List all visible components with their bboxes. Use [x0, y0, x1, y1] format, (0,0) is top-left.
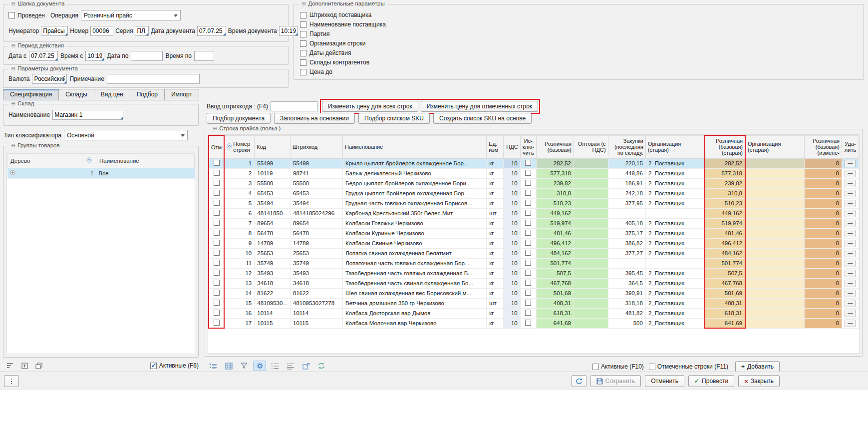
cell-excluded[interactable]	[520, 258, 536, 268]
column-header-unit[interactable]: Ед. изм	[487, 135, 504, 158]
cell-purchase[interactable]: 364,5	[608, 278, 645, 288]
cell-excluded[interactable]	[520, 188, 536, 198]
cell-retail_changed[interactable]: 0	[804, 308, 842, 318]
cell-retail_base[interactable]: 239,82	[536, 178, 574, 188]
row-mark-checkbox[interactable]	[214, 320, 220, 326]
number-input[interactable]	[90, 26, 113, 36]
row-mark-checkbox[interactable]	[214, 300, 220, 306]
row-exclude-checkbox[interactable]	[525, 280, 531, 286]
cell-marked[interactable]	[209, 208, 224, 218]
cell-wholesale[interactable]	[574, 298, 608, 308]
additional-option-checkbox[interactable]	[300, 21, 306, 28]
marked-rows-f11-checkbox[interactable]	[649, 364, 655, 370]
table-row[interactable]: 1548109530...4810953027278Ветчина домашн…	[209, 298, 859, 308]
table-row[interactable]: 21011998741Балык деликатесный Черкизовок…	[209, 168, 859, 178]
cell-marked[interactable]	[209, 298, 224, 308]
table-row[interactable]: 85647856478Колбаски Куриные Черкизовокг1…	[209, 228, 859, 238]
delete-row-button[interactable]: —	[845, 160, 856, 167]
cell-name[interactable]: Балык деликатесный Черкизово	[343, 168, 487, 178]
time-to-input[interactable]	[194, 51, 214, 61]
cell-retail_base[interactable]: 467,768	[536, 278, 574, 288]
delete-row-button[interactable]: —	[845, 290, 856, 297]
cell-org_old2[interactable]	[745, 208, 804, 218]
table-row[interactable]: 35550055500Бедро цыплят-бройлеров охлажд…	[209, 178, 859, 188]
tab-3[interactable]: Вид цен	[94, 89, 130, 100]
cell-org_old2[interactable]	[745, 188, 804, 198]
row-exclude-checkbox[interactable]	[525, 250, 531, 256]
cell-org_old[interactable]: 2_Поставщик	[645, 248, 705, 258]
close-button[interactable]: × Закрыть	[738, 375, 780, 387]
cell-delete[interactable]: —	[842, 308, 859, 318]
cell-retail_old[interactable]: 467,768	[705, 278, 745, 288]
cell-code[interactable]: 89654	[255, 218, 290, 228]
pick-sku-list-button[interactable]: Подбор списком SKU	[358, 113, 430, 124]
cell-vat[interactable]: 10	[503, 238, 520, 248]
cell-purchase[interactable]: 500	[608, 318, 645, 328]
delete-row-button[interactable]: —	[845, 270, 856, 277]
collapse-icon[interactable]: ⊖	[213, 126, 217, 131]
grid-view-icon[interactable]	[222, 361, 235, 371]
column-header-org_old2[interactable]: Организация (старая)	[745, 135, 804, 158]
column-header-vat[interactable]: НДС	[503, 135, 520, 158]
note-input[interactable]	[107, 74, 200, 84]
cell-delete[interactable]: —	[842, 278, 859, 288]
cell-unit[interactable]: кг	[487, 318, 504, 328]
cell-marked[interactable]	[209, 218, 224, 228]
cell-marked[interactable]	[209, 238, 224, 248]
cell-purchase[interactable]: 186,91	[608, 178, 645, 188]
cancel-button[interactable]: Отменить	[645, 375, 684, 387]
cell-name[interactable]: Колбаса Молочная вар Черкизово	[343, 318, 487, 328]
cell-org_old2[interactable]	[745, 178, 804, 188]
refresh-button[interactable]	[572, 375, 586, 387]
cell-retail_changed[interactable]: 0	[804, 158, 842, 168]
additional-option-checkbox[interactable]	[300, 59, 306, 66]
cell-org_old[interactable]	[645, 258, 705, 268]
cell-retail_base[interactable]: 449,162	[536, 208, 574, 218]
cell-marked[interactable]	[209, 158, 224, 168]
cell-vat[interactable]: 10	[503, 198, 520, 208]
row-mark-checkbox[interactable]	[214, 290, 220, 296]
cell-barcode[interactable]: 14789	[290, 238, 343, 248]
cell-name[interactable]: Лопатка свиная охлажденная Белатмит	[343, 248, 487, 258]
delete-row-button[interactable]: —	[845, 260, 856, 267]
cell-unit[interactable]: кг	[487, 218, 504, 228]
cell-unit[interactable]: кг	[487, 158, 504, 168]
row-exclude-checkbox[interactable]	[525, 290, 531, 296]
cell-org_old[interactable]: 2_Поставщик	[645, 188, 705, 198]
table-row[interactable]: 161011410114Колбаса Докторская вар Дымов…	[209, 308, 859, 318]
row-mark-checkbox[interactable]	[214, 250, 220, 256]
filter-funnel-icon[interactable]	[238, 361, 251, 371]
cell-marked[interactable]	[209, 188, 224, 198]
cell-retail_old[interactable]: 408,31	[705, 298, 745, 308]
cell-unit[interactable]: кг	[487, 228, 504, 238]
cell-org_old2[interactable]	[745, 258, 804, 268]
open-external-icon[interactable]	[299, 361, 312, 371]
cell-wholesale[interactable]	[574, 228, 608, 238]
cell-code[interactable]: 10114	[255, 308, 290, 318]
row-exclude-checkbox[interactable]	[525, 310, 531, 316]
cell-barcode[interactable]: 55500	[290, 178, 343, 188]
row-exclude-checkbox[interactable]	[525, 220, 531, 226]
cell-retail_changed[interactable]: 0	[804, 218, 842, 228]
cell-vat[interactable]: 10	[503, 258, 520, 268]
cell-unit[interactable]: кг	[487, 178, 504, 188]
row-exclude-checkbox[interactable]	[525, 300, 531, 306]
group-price-rows-title[interactable]: ⊖ Строка прайса (польз.)	[210, 125, 283, 131]
cell-name[interactable]: Грудка цыплят-бройлеров охлажденная Бор.…	[343, 188, 487, 198]
cell-num[interactable]: 14	[224, 288, 255, 298]
cell-barcode[interactable]: 4810953027278	[290, 298, 343, 308]
cell-excluded[interactable]	[520, 288, 536, 298]
cell-retail_old[interactable]: 310,8	[705, 188, 745, 198]
cell-org_old2[interactable]	[745, 218, 804, 228]
cell-wholesale[interactable]	[574, 308, 608, 318]
cell-org_old2[interactable]	[745, 238, 804, 248]
cell-barcode[interactable]: 4814185024296	[290, 208, 343, 218]
cell-name[interactable]: Бедро цыплят-бройлеров охлажденное Бори.…	[343, 178, 487, 188]
cell-retail_old[interactable]: 449,162	[705, 208, 745, 218]
cell-delete[interactable]: —	[842, 218, 859, 228]
cell-org_old2[interactable]	[745, 168, 804, 178]
cell-name[interactable]: Тазобедренная часть говяжья охлажденная …	[343, 268, 487, 278]
save-button[interactable]: Сохранить	[590, 375, 641, 387]
cell-retail_base[interactable]: 310,8	[536, 188, 574, 198]
cell-unit[interactable]: кг	[487, 288, 504, 298]
